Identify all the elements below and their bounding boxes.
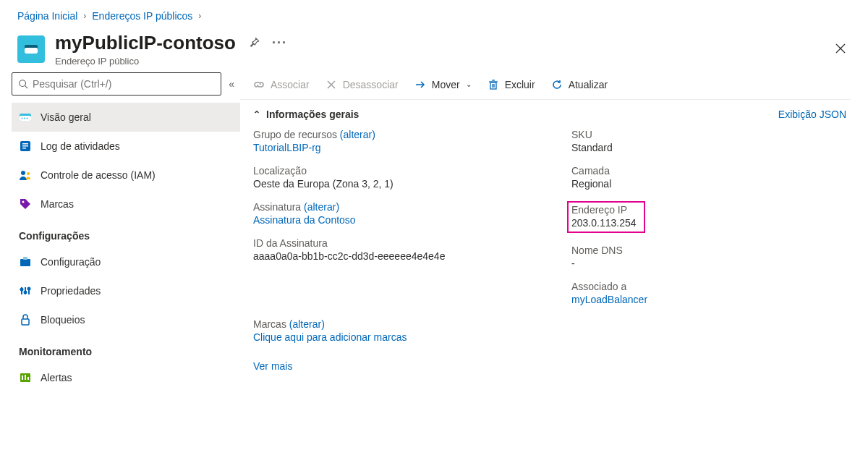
breadcrumb-home[interactable]: Página Inicial bbox=[17, 10, 77, 22]
svg-rect-32 bbox=[25, 375, 26, 380]
svg-point-13 bbox=[27, 118, 28, 119]
sidebar-item-label: Alertas bbox=[41, 372, 72, 383]
sidebar-group-monitoring: Monitoramento bbox=[12, 334, 240, 363]
svg-rect-31 bbox=[22, 375, 23, 380]
refresh-button[interactable]: Atualizar bbox=[551, 79, 608, 90]
alerts-icon bbox=[19, 371, 32, 384]
essentials-location: Localização Oeste da Europa (Zona 3, 2, … bbox=[253, 165, 528, 190]
refresh-icon bbox=[551, 79, 563, 90]
disassociate-button[interactable]: Desassociar bbox=[326, 79, 399, 90]
sidebar-item-label: Bloqueios bbox=[41, 314, 85, 326]
svg-rect-16 bbox=[22, 145, 28, 147]
svg-point-27 bbox=[25, 292, 27, 294]
chevron-up-icon: ⌃ bbox=[253, 109, 260, 119]
resource-type-icon bbox=[17, 35, 45, 63]
search-icon bbox=[18, 79, 28, 89]
page-title: myPublicIP-contoso bbox=[55, 32, 236, 54]
lock-icon bbox=[19, 313, 32, 326]
svg-rect-33 bbox=[27, 377, 29, 380]
delete-button[interactable]: Excluir bbox=[488, 79, 535, 90]
tag-icon bbox=[19, 198, 32, 211]
configuration-icon bbox=[19, 255, 32, 268]
pin-icon[interactable] bbox=[247, 32, 260, 54]
add-tags-link[interactable]: Clique aqui para adicionar marcas bbox=[253, 331, 407, 343]
iam-icon bbox=[19, 169, 32, 182]
svg-rect-22 bbox=[23, 257, 27, 260]
associate-button[interactable]: Associar bbox=[253, 79, 310, 90]
svg-point-28 bbox=[28, 288, 30, 290]
link-icon bbox=[253, 79, 265, 90]
overview-icon bbox=[19, 111, 32, 124]
chevron-right-icon: › bbox=[198, 11, 201, 21]
sidebar-item-overview[interactable]: Visão geral bbox=[12, 103, 240, 132]
search-input[interactable] bbox=[33, 78, 215, 90]
resource-group-link[interactable]: TutorialLBIP-rg bbox=[253, 142, 321, 153]
sidebar-item-configuration[interactable]: Configuração bbox=[12, 247, 240, 276]
essentials-ip-address: Endereço IP 203.0.113.254 bbox=[571, 201, 846, 233]
essentials-sku: SKU Standard bbox=[571, 129, 846, 153]
svg-point-3 bbox=[30, 50, 31, 51]
svg-rect-37 bbox=[490, 82, 496, 89]
sidebar-group-settings: Configurações bbox=[12, 218, 240, 247]
ip-highlight-box: Endereço IP 203.0.113.254 bbox=[567, 201, 645, 233]
svg-point-7 bbox=[20, 80, 26, 87]
json-view-link[interactable]: Exibição JSON bbox=[778, 109, 846, 120]
svg-rect-21 bbox=[20, 259, 30, 266]
more-icon[interactable]: ··· bbox=[272, 35, 287, 51]
essentials-dns-name: Nome DNS - bbox=[571, 245, 846, 269]
svg-rect-15 bbox=[22, 143, 28, 145]
svg-point-2 bbox=[27, 50, 28, 51]
close-button[interactable] bbox=[830, 38, 851, 61]
change-tags-link[interactable]: (alterar) bbox=[289, 318, 325, 330]
essentials-resource-group: Grupo de recursos (alterar) TutorialLBIP… bbox=[253, 129, 528, 153]
sidebar-item-label: Configuração bbox=[41, 256, 101, 268]
sidebar-item-activity-log[interactable]: Log de atividades bbox=[12, 132, 240, 161]
breadcrumb: Página Inicial › Endereços IP públicos › bbox=[0, 0, 868, 27]
command-bar: Associar Desassociar Mover ⌄ Excluir bbox=[240, 69, 851, 100]
sidebar-item-properties[interactable]: Propriedades bbox=[12, 276, 240, 305]
essentials-tier: Camada Regional bbox=[571, 165, 846, 190]
essentials-associated-to: Associado a myLoadBalancer bbox=[571, 281, 846, 305]
svg-line-8 bbox=[25, 86, 28, 89]
sidebar-item-label: Visão geral bbox=[41, 111, 91, 123]
svg-point-19 bbox=[27, 172, 30, 175]
sidebar-item-label: Marcas bbox=[41, 198, 74, 210]
associated-resource-link[interactable]: myLoadBalancer bbox=[571, 294, 647, 305]
change-resource-group-link[interactable]: (alterar) bbox=[340, 129, 375, 140]
svg-point-20 bbox=[22, 201, 25, 203]
svg-point-4 bbox=[33, 50, 34, 51]
essentials-toggle[interactable]: ⌃ Informações gerais bbox=[253, 109, 359, 120]
arrow-right-icon bbox=[414, 79, 426, 90]
trash-icon bbox=[488, 79, 499, 90]
collapse-sidebar-button[interactable]: « bbox=[229, 75, 240, 93]
sidebar-item-tags[interactable]: Marcas bbox=[12, 190, 240, 218]
close-icon bbox=[326, 79, 337, 90]
sidebar-item-alerts[interactable]: Alertas bbox=[12, 363, 240, 392]
sidebar-item-locks[interactable]: Bloqueios bbox=[12, 305, 240, 334]
see-more-link[interactable]: Ver mais bbox=[253, 360, 292, 372]
change-subscription-link[interactable]: (alterar) bbox=[304, 201, 339, 213]
sidebar-item-label: Controle de acesso (IAM) bbox=[41, 169, 156, 181]
log-icon bbox=[19, 140, 32, 153]
page-subtitle: Endereço IP público bbox=[55, 56, 830, 67]
sidebar-item-label: Propriedades bbox=[41, 285, 101, 297]
essentials-tags: Marcas (alterar) Clique aqui para adicio… bbox=[240, 305, 851, 343]
essentials-subscription-id: ID da Assinatura aaaa0a0a-bb1b-cc2c-dd3d… bbox=[253, 237, 528, 262]
properties-icon bbox=[19, 284, 32, 297]
chevron-right-icon: › bbox=[83, 11, 86, 21]
essentials-subscription: Assinatura (alterar) Assinatura da Conto… bbox=[253, 201, 528, 226]
search-input-wrap[interactable] bbox=[12, 72, 221, 95]
chevron-down-icon: ⌄ bbox=[466, 80, 472, 88]
svg-point-11 bbox=[22, 118, 23, 119]
breadcrumb-level2[interactable]: Endereços IP públicos bbox=[92, 10, 192, 22]
sidebar-item-label: Log de atividades bbox=[41, 140, 120, 152]
svg-point-12 bbox=[24, 118, 25, 119]
sidebar-item-iam[interactable]: Controle de acesso (IAM) bbox=[12, 161, 240, 190]
subscription-link[interactable]: Assinatura da Contoso bbox=[253, 214, 356, 226]
svg-point-18 bbox=[21, 171, 25, 175]
svg-rect-29 bbox=[22, 319, 29, 325]
svg-rect-17 bbox=[22, 148, 26, 149]
svg-point-26 bbox=[21, 289, 23, 291]
move-button[interactable]: Mover ⌄ bbox=[414, 79, 472, 90]
